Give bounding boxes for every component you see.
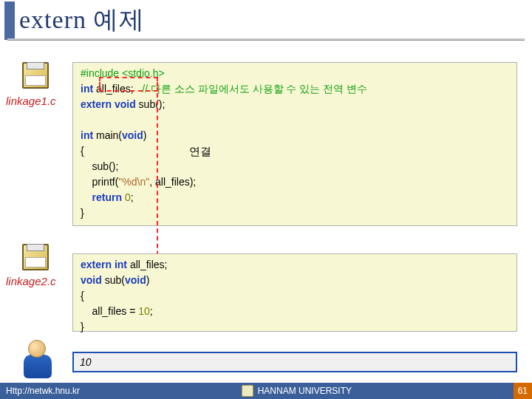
title-row: extern 예제 <box>0 0 532 40</box>
file2-label: linkage2.c <box>6 275 56 287</box>
page-number: 61 <box>514 383 532 399</box>
floppy-icon <box>22 62 49 89</box>
highlight-box-top <box>99 77 158 92</box>
connector-line <box>157 93 158 263</box>
title-accent-bar <box>4 1 15 40</box>
floppy-icon <box>22 244 49 270</box>
footer-university: HANNAM UNIVERSITY <box>242 385 352 397</box>
footer-url: Http://netwk.hnu.kr <box>6 386 80 396</box>
footer: Http://netwk.hnu.kr HANNAM UNIVERSITY 61 <box>0 383 532 399</box>
connect-label: 연결 <box>189 145 211 159</box>
code-block-2: extern int all_files; void sub(void) { a… <box>72 253 517 332</box>
university-emblem-icon <box>242 385 253 397</box>
title-underline <box>7 38 525 40</box>
person-icon <box>21 337 55 381</box>
slide: extern 예제 linkage1.c #include <stdio.h> … <box>0 0 532 399</box>
file1-label: linkage1.c <box>6 95 56 107</box>
slide-title: extern 예제 <box>19 1 145 40</box>
output-box: 10 <box>72 352 517 372</box>
